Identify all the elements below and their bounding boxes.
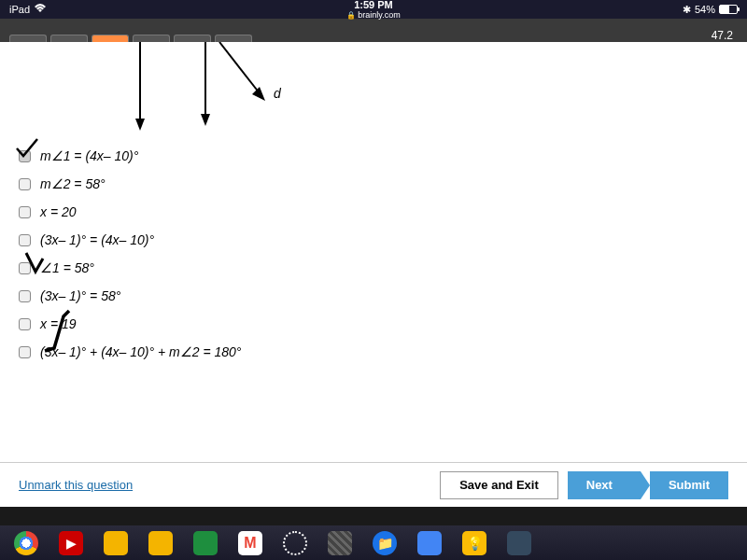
checkbox[interactable] (19, 346, 31, 358)
classroom-icon[interactable] (193, 531, 218, 555)
option-4[interactable]: (3x– 1)° = (4x– 10)° (19, 232, 728, 247)
svg-marker-5 (252, 87, 265, 101)
checkbox[interactable] (19, 262, 31, 274)
tab-item[interactable] (215, 35, 252, 42)
answer-options: m∠1 = (4x– 10)° m∠2 = 58° x = 20 (3x– 1)… (19, 148, 728, 359)
calculator-icon[interactable] (507, 531, 531, 555)
docs-icon[interactable] (417, 531, 442, 555)
files-icon[interactable]: 📁 (373, 531, 397, 555)
option-6[interactable]: (3x– 1)° = 58° (19, 288, 728, 303)
device-label: iPad (9, 4, 30, 15)
loading-icon[interactable] (283, 531, 307, 555)
option-text: (3x– 1)° + (4x– 10)° + m∠2 = 180° (40, 344, 241, 359)
tab-item-active[interactable] (92, 35, 129, 42)
browser-tab-bar: 47.2 (0, 19, 747, 42)
app-icon[interactable] (328, 531, 352, 555)
wifi-icon (34, 4, 47, 15)
checkbox[interactable] (19, 318, 31, 330)
checkbox[interactable] (19, 206, 31, 218)
save-exit-button[interactable]: Save and Exit (440, 471, 558, 499)
diagram-label-d: d (274, 86, 282, 101)
option-text: m∠1 = (4x– 10)° (40, 148, 138, 163)
svg-marker-3 (201, 114, 210, 126)
tab-score: 47.2 (712, 29, 738, 42)
battery-icon (719, 5, 738, 14)
youtube-icon[interactable]: ▶ (59, 531, 83, 555)
keep-icon[interactable]: 💡 (462, 531, 486, 555)
option-3[interactable]: x = 20 (19, 204, 728, 219)
gmail-icon[interactable]: M (238, 531, 262, 555)
option-text: (3x– 1)° = (4x– 10)° (40, 232, 154, 247)
option-text: x = 20 (40, 204, 77, 219)
svg-marker-1 (135, 119, 145, 131)
checkbox[interactable] (19, 150, 31, 162)
spacer (0, 507, 747, 525)
option-8[interactable]: (3x– 1)° + (4x– 10)° + m∠2 = 180° (19, 344, 728, 359)
unmark-link[interactable]: Unmark this question (19, 478, 133, 492)
option-2[interactable]: m∠2 = 58° (19, 176, 728, 191)
chromebook-dock: ▶ M 📁 💡 (0, 525, 747, 560)
question-content: d m∠1 = (4x– 10)° m∠2 = 58° x = 20 (3x– … (0, 42, 747, 462)
slides-icon[interactable] (148, 531, 173, 555)
chrome-icon[interactable] (14, 531, 38, 555)
option-1[interactable]: m∠1 = (4x– 10)° (19, 148, 728, 163)
geometry-diagram: d (19, 42, 299, 135)
tab-item[interactable] (9, 35, 47, 42)
url-text: brainly.com (358, 10, 400, 20)
option-text: m∠2 = 58° (40, 176, 106, 191)
svg-line-4 (219, 42, 260, 93)
clock: 1:59 PM (346, 0, 400, 10)
option-text: ∠1 = 58° (40, 260, 94, 275)
checkbox[interactable] (19, 234, 31, 246)
slides-stack-icon[interactable] (104, 531, 128, 555)
action-button-bar: Unmark this question Save and Exit Next … (0, 462, 747, 507)
lock-icon: 🔒 (346, 11, 356, 20)
option-7[interactable]: x = 19 (19, 316, 728, 331)
battery-percent: 54% (695, 4, 715, 15)
tab-item[interactable] (50, 35, 88, 42)
ipad-status-bar: iPad 1:59 PM 🔒 brainly.com ✱ 54% (0, 0, 747, 19)
checkbox[interactable] (19, 178, 31, 190)
bluetooth-icon: ✱ (683, 4, 691, 16)
tab-item[interactable] (174, 35, 211, 42)
url-bar: 🔒 brainly.com (346, 10, 400, 20)
tab-item[interactable] (133, 35, 170, 42)
checkbox[interactable] (19, 290, 31, 302)
option-text: x = 19 (40, 316, 77, 331)
option-5[interactable]: ∠1 = 58° (19, 260, 728, 275)
option-text: (3x– 1)° = 58° (40, 288, 120, 303)
next-button[interactable]: Next (568, 471, 641, 499)
submit-button[interactable]: Submit (650, 471, 728, 499)
